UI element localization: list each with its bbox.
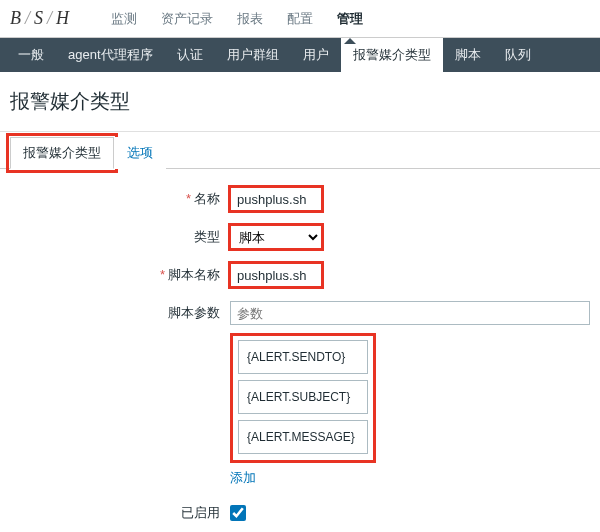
required-star: * — [186, 191, 191, 206]
sub-nav: 一般 agent代理程序 认证 用户群组 用户 报警媒介类型 脚本 队列 — [0, 38, 600, 72]
required-star: * — [160, 267, 165, 282]
row-script-params: 脚本参数 添加 — [10, 301, 590, 487]
topnav-administration[interactable]: 管理 — [325, 0, 375, 38]
topnav-configuration[interactable]: 配置 — [275, 0, 325, 38]
brand-logo: B/S/H — [10, 8, 71, 29]
label-type: 类型 — [10, 225, 230, 249]
subnav-scripts[interactable]: 脚本 — [443, 38, 493, 72]
topnav-inventory[interactable]: 资产记录 — [149, 0, 225, 38]
param-list-highlight — [230, 333, 376, 463]
topnav-reports[interactable]: 报表 — [225, 0, 275, 38]
brand-slash: / — [25, 8, 32, 28]
type-select[interactable]: 脚本 — [230, 225, 322, 249]
row-type: 类型 脚本 — [10, 225, 590, 249]
label-script-name: *脚本名称 — [10, 263, 230, 287]
subnav-user-groups[interactable]: 用户群组 — [215, 38, 291, 72]
param-input-0[interactable] — [238, 340, 368, 374]
label-script-params: 脚本参数 — [10, 301, 230, 325]
brand-h: H — [56, 8, 71, 28]
topnav-monitoring[interactable]: 监测 — [99, 0, 149, 38]
row-script-name: *脚本名称 — [10, 263, 590, 287]
add-param-link[interactable]: 添加 — [230, 470, 256, 485]
enabled-checkbox[interactable] — [230, 505, 246, 521]
subnav-users[interactable]: 用户 — [291, 38, 341, 72]
row-name: *名称 — [10, 187, 590, 211]
tab-options[interactable]: 选项 — [114, 137, 166, 169]
label-name: *名称 — [10, 187, 230, 211]
page-title: 报警媒介类型 — [0, 72, 600, 121]
row-enabled: 已启用 — [10, 501, 590, 525]
brand-s: S — [34, 8, 45, 28]
top-nav: 监测 资产记录 报表 配置 管理 — [99, 0, 375, 37]
subnav-general[interactable]: 一般 — [6, 38, 56, 72]
media-type-form: *名称 类型 脚本 *脚本名称 脚本参数 添加 — [0, 187, 600, 532]
brand-b: B — [10, 8, 23, 28]
label-enabled: 已启用 — [10, 501, 230, 525]
subnav-queue[interactable]: 队列 — [493, 38, 543, 72]
param-new-input[interactable] — [230, 301, 590, 325]
name-input[interactable] — [230, 187, 322, 211]
tab-media-types[interactable]: 报警媒介类型 — [10, 137, 114, 169]
script-name-input[interactable] — [230, 263, 322, 287]
subnav-authentication[interactable]: 认证 — [165, 38, 215, 72]
brand-slash: / — [47, 8, 54, 28]
param-input-2[interactable] — [238, 420, 368, 454]
param-input-1[interactable] — [238, 380, 368, 414]
tab-row: 报警媒介类型 选项 — [0, 132, 600, 169]
subnav-proxies[interactable]: agent代理程序 — [56, 38, 165, 72]
top-header: B/S/H 监测 资产记录 报表 配置 管理 — [0, 0, 600, 38]
